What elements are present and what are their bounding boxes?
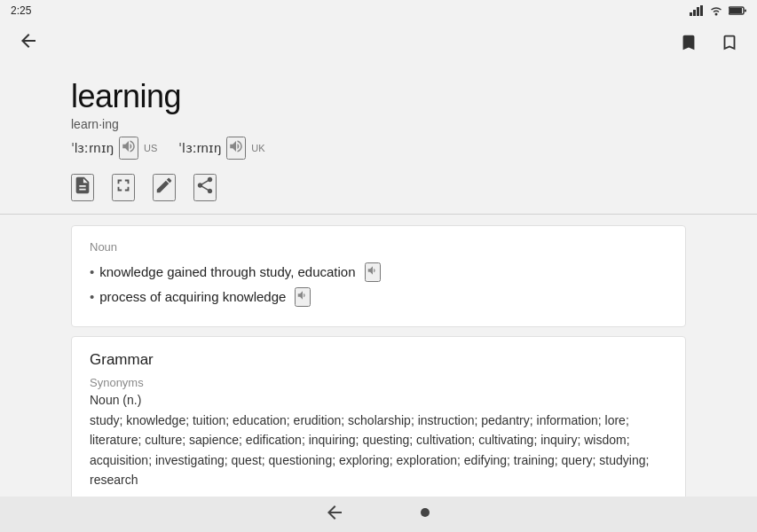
- back-button[interactable]: [14, 27, 43, 59]
- main-content: learning learn·ing ˈlɜːrnɪŋ US ˈlɜːrnɪŋ: [0, 64, 757, 532]
- speaker-uk-button[interactable]: [226, 137, 246, 160]
- svg-point-4: [715, 13, 718, 16]
- word-syllable: learn·ing: [71, 117, 686, 131]
- expand-icon-button[interactable]: [112, 174, 135, 201]
- grammar-card: Grammar Synonyms Noun (n.) study; knowle…: [71, 336, 686, 505]
- status-bar: 2:25: [0, 0, 757, 21]
- uk-label: UK: [251, 143, 264, 153]
- phonetic-us: ˈlɜːrnɪŋ: [71, 140, 114, 156]
- svg-rect-2: [697, 7, 699, 16]
- cards-area: Noun • knowledge gained through study, e…: [71, 225, 686, 532]
- grammar-card-title: Grammar: [90, 351, 667, 369]
- toolbar-row: [71, 163, 686, 214]
- speaker-def1-button[interactable]: [365, 262, 381, 282]
- svg-rect-7: [745, 10, 746, 12]
- noun-definition-2: process of acquiring knowledge: [99, 287, 286, 306]
- noun-label: Noun (n.): [90, 393, 667, 407]
- svg-rect-0: [690, 12, 692, 16]
- document-icon-button[interactable]: [71, 174, 94, 201]
- status-icons: [690, 5, 746, 16]
- status-time: 2:25: [11, 4, 31, 17]
- synonyms-text: study; knowledge; tuition; education; er…: [90, 411, 667, 490]
- noun-entry-1: • knowledge gained through study, educat…: [90, 262, 667, 282]
- word-header: learning learn·ing ˈlɜːrnɪŋ US ˈlɜːrnɪŋ: [71, 64, 686, 163]
- us-label: US: [144, 143, 157, 153]
- section-divider: [0, 214, 757, 215]
- svg-rect-6: [729, 8, 742, 13]
- share-icon-button[interactable]: [193, 174, 217, 201]
- speaker-def2-button[interactable]: [295, 287, 311, 307]
- speaker-us-button[interactable]: [119, 137, 138, 160]
- nav-home-button[interactable]: [416, 504, 434, 526]
- bullet-1: •: [90, 262, 94, 281]
- noun-definition-1: knowledge gained through study, educatio…: [99, 262, 355, 281]
- signal-icon: [690, 5, 704, 16]
- noun-card-label: Noun: [90, 240, 667, 254]
- noun-card: Noun • knowledge gained through study, e…: [71, 225, 686, 327]
- nav-back-button[interactable]: [324, 502, 345, 528]
- wifi-icon: [709, 5, 723, 16]
- action-bar: [0, 21, 757, 64]
- bottom-nav: [0, 497, 757, 532]
- battery-icon: [729, 5, 746, 16]
- bullet-2: •: [90, 287, 94, 306]
- svg-rect-1: [693, 10, 696, 16]
- svg-rect-3: [700, 5, 703, 16]
- pronunciation-row: ˈlɜːrnɪŋ US ˈlɜːrnɪŋ UK: [71, 137, 686, 160]
- svg-point-8: [421, 508, 430, 517]
- phonetic-uk: ˈlɜːrnɪŋ: [178, 140, 221, 156]
- synonyms-label: Synonyms: [90, 376, 667, 389]
- action-bar-left: [14, 27, 43, 59]
- word-title: learning: [71, 78, 686, 115]
- action-bar-right: [675, 29, 743, 56]
- bookmark-outline-button[interactable]: [716, 29, 743, 56]
- edit-icon-button[interactable]: [153, 174, 176, 201]
- bookmark-filled-button[interactable]: [675, 29, 702, 56]
- noun-entry-2: • process of acquiring knowledge: [90, 287, 667, 307]
- pronunciation-uk: ˈlɜːrnɪŋ UK: [178, 137, 264, 160]
- pronunciation-us: ˈlɜːrnɪŋ US: [71, 137, 157, 160]
